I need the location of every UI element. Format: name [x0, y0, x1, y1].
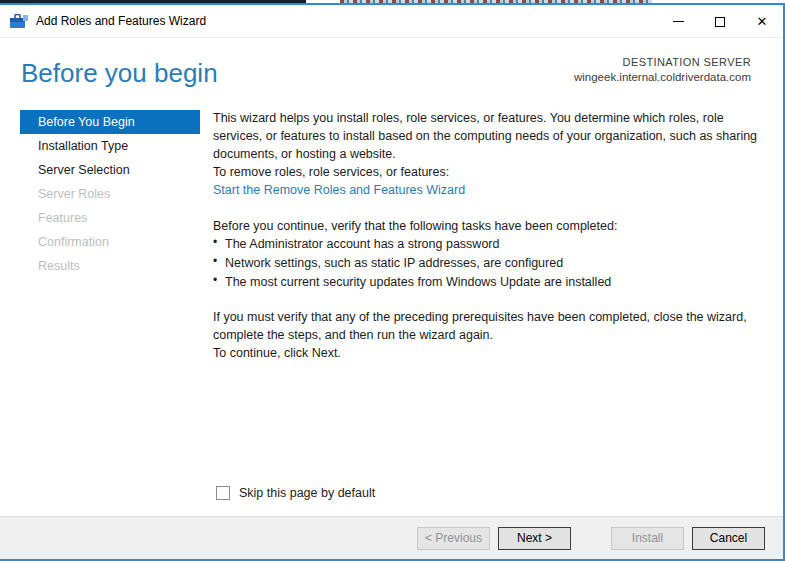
list-item-text: Network settings, such as static IP addr… — [225, 254, 563, 273]
screen: Add Roles and Features Wizard ✕ Before y… — [0, 0, 785, 561]
verify-intro-text: Before you continue, verify that the fol… — [213, 217, 767, 235]
close-button[interactable]: ✕ — [741, 5, 783, 38]
bullet-icon: • — [213, 252, 225, 271]
skip-page-checkbox-label[interactable]: Skip this page by default — [239, 486, 375, 500]
wizard-steps-nav: Before You Begin Installation Type Serve… — [20, 110, 200, 278]
cancel-button[interactable]: Cancel — [692, 527, 765, 550]
sidebar-item-results: Results — [20, 254, 200, 278]
install-button: Install — [611, 527, 684, 550]
sidebar-item-features: Features — [20, 206, 200, 230]
window-title: Add Roles and Features Wizard — [36, 14, 206, 28]
maximize-icon — [715, 17, 725, 27]
bullet-icon: • — [213, 233, 225, 252]
list-item-text: The Administrator account has a strong p… — [225, 235, 499, 254]
list-item: • The most current security updates from… — [213, 273, 767, 292]
remove-intro-text: To remove roles, role services, or featu… — [213, 163, 767, 181]
page-title: Before you begin — [21, 58, 218, 89]
sidebar-item-installation-type[interactable]: Installation Type — [20, 134, 200, 158]
destination-server-name: wingeek.internal.coldriverdata.com — [574, 71, 751, 83]
prerequisite-list: • The Administrator account has a strong… — [213, 235, 767, 292]
previous-button: < Previous — [417, 527, 490, 550]
sidebar-item-confirmation: Confirmation — [20, 230, 200, 254]
maximize-button[interactable] — [699, 5, 741, 38]
remove-wizard-link[interactable]: Start the Remove Roles and Features Wiza… — [213, 183, 465, 197]
list-item: • Network settings, such as static IP ad… — [213, 254, 767, 273]
list-item-text: The most current security updates from W… — [225, 273, 611, 292]
wizard-toolbox-icon — [10, 14, 28, 29]
destination-server-block: DESTINATION SERVER wingeek.internal.cold… — [574, 56, 751, 83]
window-controls: ✕ — [657, 5, 783, 38]
wizard-button-bar: < Previous Next > Install Cancel — [0, 516, 783, 559]
next-button[interactable]: Next > — [498, 527, 571, 550]
skip-page-option[interactable]: Skip this page by default — [216, 486, 375, 500]
close-icon: ✕ — [757, 15, 768, 28]
continue-text: To continue, click Next. — [213, 344, 767, 362]
bullet-icon: • — [213, 271, 225, 290]
wizard-dialog: Add Roles and Features Wizard ✕ Before y… — [0, 3, 785, 561]
minimize-icon — [673, 21, 684, 22]
sidebar-item-before-you-begin[interactable]: Before You Begin — [20, 110, 200, 134]
title-bar: Add Roles and Features Wizard ✕ — [0, 5, 783, 38]
skip-page-checkbox[interactable] — [216, 486, 230, 500]
list-item: • The Administrator account has a strong… — [213, 235, 767, 254]
wizard-page-content: This wizard helps you install roles, rol… — [213, 109, 767, 362]
rerun-paragraph: If you must verify that any of the prece… — [213, 308, 767, 344]
sidebar-item-server-selection[interactable]: Server Selection — [20, 158, 200, 182]
destination-server-label: DESTINATION SERVER — [574, 56, 751, 68]
sidebar-item-server-roles: Server Roles — [20, 182, 200, 206]
intro-paragraph: This wizard helps you install roles, rol… — [213, 109, 767, 163]
minimize-button[interactable] — [657, 5, 699, 38]
